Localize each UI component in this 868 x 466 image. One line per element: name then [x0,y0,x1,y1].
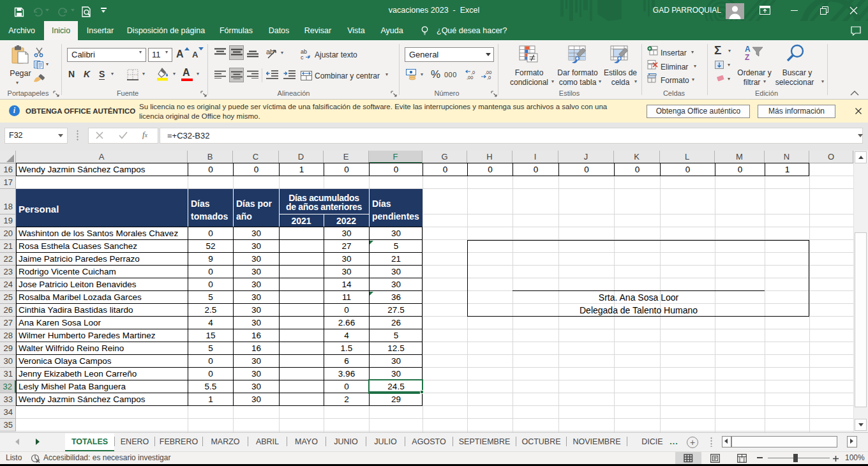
svg-text:c: c [301,54,304,60]
svg-text:,0: ,0 [487,75,491,80]
svg-text:Z: Z [745,53,749,62]
svg-text:A: A [745,45,751,54]
svg-text:ab: ab [266,48,274,56]
svg-text:,00: ,00 [467,75,473,80]
